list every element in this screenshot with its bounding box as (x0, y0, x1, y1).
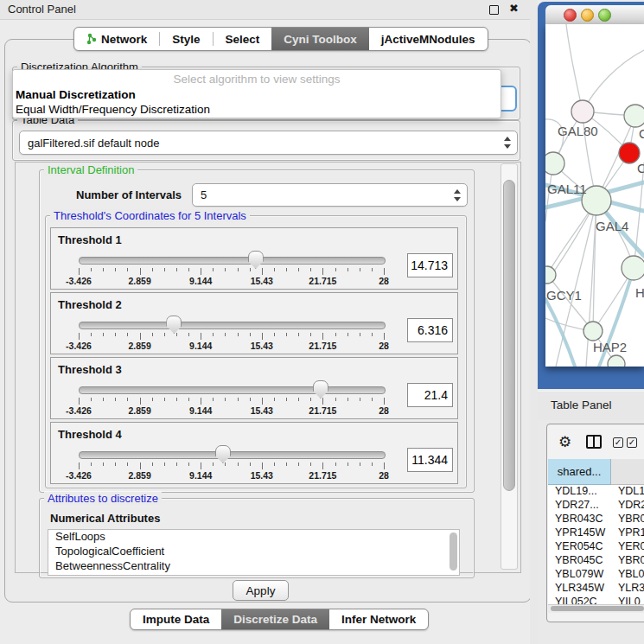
tab-impute-data[interactable]: Impute Data (131, 609, 221, 629)
network-node-label: GCY1 (546, 288, 582, 303)
slider-ticks (79, 462, 384, 469)
float-window-icon[interactable] (489, 5, 499, 15)
threshold-slider-handle[interactable] (248, 251, 264, 269)
tab-infer-network[interactable]: Infer Network (329, 609, 428, 629)
checkbox-icon[interactable] (613, 437, 623, 448)
slider-tick-label: 28 (379, 470, 389, 481)
numerical-attributes-list[interactable]: SelfLoopsTopologicalCoefficientBetweenne… (48, 529, 460, 576)
table-column-header[interactable]: na (611, 459, 644, 485)
slider-tick-label: 9.144 (189, 276, 212, 286)
close-icon[interactable]: ✖ (509, 2, 519, 15)
threshold-value-field[interactable] (407, 253, 453, 277)
combobox-spinner-icon[interactable] (503, 137, 512, 149)
threshold-value-field[interactable] (407, 448, 453, 472)
tab-label: Infer Network (341, 613, 416, 626)
network-node[interactable] (622, 256, 644, 280)
threshold-slider-track[interactable] (79, 322, 386, 329)
interval-definition-group-title: Interval Definition (44, 163, 137, 176)
attribute-list-item[interactable]: SelfLoops (48, 530, 459, 545)
slider-tick-label: 28 (379, 405, 389, 416)
combobox-spinner-icon[interactable] (453, 189, 462, 201)
attributes-group-title: Attributes to discretize (44, 492, 162, 505)
tab-network[interactable]: Network (74, 28, 159, 50)
table-row[interactable]: YBR043CYBR0 (548, 513, 644, 526)
panel-splitter[interactable] (530, 0, 538, 644)
settings-scrollbar-thumb[interactable] (503, 180, 515, 491)
tab-label: Select (226, 33, 260, 46)
tab-label: Style (172, 33, 200, 46)
mac-zoom-button[interactable] (598, 9, 611, 22)
network-node-label: H (635, 285, 644, 300)
tab-style[interactable]: Style (160, 28, 212, 50)
threshold-value-field[interactable] (407, 318, 453, 342)
table-row[interactable]: YIL052CYIL0 (548, 596, 644, 604)
table-row[interactable]: YDR27...YDR2 (548, 499, 644, 513)
table-row[interactable]: YPR145WYPR1 (548, 526, 644, 540)
node-table-container: shared...na YDL19...YDL1YDR27...YDR2YBR0… (546, 424, 644, 622)
threshold-slider-track[interactable] (79, 451, 386, 459)
table-cell: YDR2 (613, 499, 644, 513)
threshold-box: Threshold 4-3.4262.8599.14415.4321.71528 (50, 422, 458, 484)
tab-cyni-toolbox[interactable]: Cyni Toolbox (271, 28, 369, 50)
threshold-value-field[interactable] (407, 383, 453, 407)
network-canvas[interactable]: GAL80GCGAL11GAL4GCY1HHAP2 (545, 24, 644, 367)
mac-minimize-button[interactable] (581, 9, 594, 22)
threshold-slider-track[interactable] (79, 386, 386, 394)
table-cell: YPR145W (548, 526, 613, 540)
bottom-tab-bar: Impute DataDiscretize DataInfer Network (130, 609, 429, 630)
network-window-titlebar[interactable] (545, 5, 644, 25)
network-node[interactable] (583, 322, 603, 341)
tab-select[interactable]: Select (214, 28, 272, 50)
threshold-slider-track[interactable] (79, 257, 386, 265)
table-row[interactable]: YBR045CYBR0 (548, 554, 644, 568)
table-row[interactable]: YDL19...YDL1 (548, 485, 644, 499)
apply-button[interactable]: Apply (233, 580, 289, 601)
mac-close-button[interactable] (564, 9, 577, 22)
slider-tick-label: 2.859 (128, 341, 150, 351)
numerical-attributes-label: Numerical Attributes (50, 512, 160, 525)
table-cell: YBR043C (548, 513, 613, 526)
table-row[interactable]: YBL079WYBL0 (548, 568, 644, 582)
slider-tick-label: -3.426 (66, 470, 92, 481)
tab-jactivemnodules[interactable]: jActiveMNodules (369, 28, 488, 50)
table-cell: YIL052C (548, 596, 613, 604)
threshold-slider-handle[interactable] (215, 445, 231, 463)
table-row[interactable]: YLR345WYLR3 (548, 582, 644, 596)
attribute-list-item[interactable]: TopologicalCoefficient (48, 545, 459, 559)
table-cell: YLR3 (613, 582, 644, 596)
slider-tick-labels: -3.4262.8599.14415.4321.71528 (79, 470, 384, 481)
network-node[interactable] (545, 266, 556, 284)
table-data-combobox[interactable]: galFiltered.sif default node (19, 131, 518, 155)
table-horizontal-scrollbar[interactable] (548, 604, 644, 613)
network-node[interactable] (571, 100, 594, 123)
slider-tick-label: 2.859 (128, 276, 150, 286)
network-node-label: GAL11 (547, 182, 587, 196)
threshold-slider-handle[interactable] (166, 316, 182, 334)
table-panel-header: Table Panel (538, 391, 644, 421)
threshold-slider-handle[interactable] (313, 380, 328, 399)
slider-tick-label: 2.859 (128, 405, 150, 416)
table-scrollbar-thumb[interactable] (551, 606, 644, 611)
slider-tick-label: 21.715 (309, 341, 336, 351)
network-node[interactable] (545, 152, 564, 175)
table-column-header[interactable]: shared... (548, 459, 611, 485)
table-row[interactable]: YER054CYER0 (548, 540, 644, 554)
number-of-intervals-combobox[interactable]: 5 (192, 183, 468, 207)
tab-discretize-data[interactable]: Discretize Data (221, 609, 329, 629)
slider-tick-label: 9.144 (189, 470, 212, 481)
table-cell: YBR045C (548, 554, 613, 568)
popup-option[interactable]: Equal Width/Frequency Discretization (13, 102, 501, 117)
table-header-row: shared...na (548, 459, 644, 485)
popup-option[interactable]: Manual Discretization (13, 87, 501, 102)
tab-label: Impute Data (143, 613, 209, 626)
gear-icon[interactable] (558, 435, 571, 450)
table-cell: YER0 (613, 540, 644, 554)
network-node[interactable] (608, 355, 625, 367)
slider-tick-label: 15.43 (251, 341, 273, 351)
network-node[interactable] (624, 105, 644, 127)
checkbox-icon[interactable] (627, 437, 637, 448)
columns-icon[interactable] (586, 435, 602, 449)
table-cell: YDL1 (613, 485, 644, 499)
attributes-list-scrollbar-thumb[interactable] (450, 532, 457, 571)
attribute-list-item[interactable]: BetweennessCentrality (48, 559, 459, 574)
